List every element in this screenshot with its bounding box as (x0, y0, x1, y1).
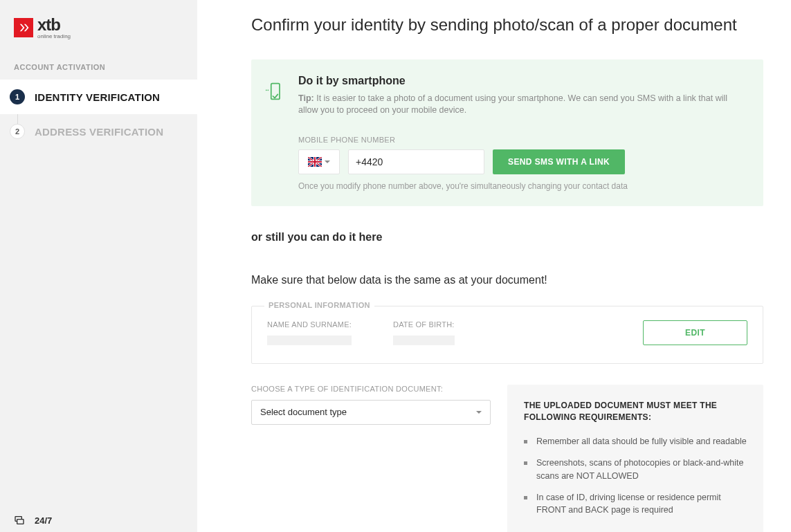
svg-rect-1 (17, 520, 24, 524)
country-flag-select[interactable] (298, 149, 340, 174)
doc-type-placeholder: Select document type (260, 407, 347, 417)
sidebar-support: 24/7 (14, 511, 183, 529)
chevron-down-icon (476, 411, 482, 414)
logo: xtb online trading (0, 0, 197, 52)
name-label: NAME AND SURNAME: (267, 320, 352, 329)
smartphone-box: Do it by smartphone Tip: It is easier to… (251, 59, 763, 206)
dob-column: DATE OF BIRTH: (393, 320, 455, 345)
page-title: Confirm your identity by sending photo/s… (251, 15, 763, 35)
step-address-verification[interactable]: 2 ADDRESS VERIFICATION (0, 114, 197, 149)
logo-mark-icon (14, 18, 33, 37)
brand-tagline: online trading (37, 33, 71, 39)
check-data-heading: Make sure that below data is the same as… (251, 274, 763, 286)
tip-text: It is easier to take a photo of a docume… (298, 93, 727, 115)
chevron-down-icon (325, 160, 330, 163)
name-column: NAME AND SURNAME: (267, 320, 352, 345)
step-badge: 2 (10, 124, 25, 139)
name-value (267, 336, 352, 345)
smartphone-title: Do it by smartphone (298, 75, 745, 87)
support-text: 24/7 (35, 515, 52, 526)
doc-type-select[interactable]: Select document type (251, 400, 491, 425)
step-badge: 1 (10, 89, 25, 104)
main-content: Confirm your identity by sending photo/s… (197, 0, 791, 532)
step-label: IDENTITY VERIFICATION (35, 91, 160, 103)
personal-info-fieldset: PERSONAL INFORMATION NAME AND SURNAME: D… (251, 306, 763, 364)
requirement-item: In case of ID, driving license or reside… (524, 491, 747, 517)
smartphone-tip: Tip: It is easier to take a photo of a d… (298, 93, 745, 116)
send-sms-button[interactable]: SEND SMS WITH A LINK (493, 149, 625, 174)
brand-name: xtb (37, 18, 71, 32)
phone-label: MOBILE PHONE NUMBER (298, 136, 745, 144)
requirement-item: Screenshots, scans of photocopies or bla… (524, 457, 747, 483)
svg-point-7 (266, 89, 267, 91)
requirements-box: THE UPLOADED DOCUMENT MUST MEET THE FOLL… (507, 385, 763, 532)
uk-flag-icon (308, 157, 322, 167)
dob-label: DATE OF BIRTH: (393, 320, 455, 329)
phone-note: Once you modify phone number above, you'… (298, 181, 745, 191)
requirements-list: Remember all data should be fully visibl… (524, 435, 747, 517)
edit-button[interactable]: EDIT (643, 320, 747, 345)
step-identity-verification[interactable]: 1 IDENTITY VERIFICATION (0, 80, 197, 114)
sidebar-section-label: ACCOUNT ACTIVATION (0, 52, 197, 80)
tip-label: Tip: (298, 93, 314, 103)
chat-icon (14, 515, 25, 526)
requirements-title: THE UPLOADED DOCUMENT MUST MEET THE FOLL… (524, 400, 747, 423)
dob-value (393, 336, 455, 345)
sidebar-secure: SECURE PROCESS (14, 529, 183, 532)
svg-point-6 (268, 89, 269, 91)
doc-type-label: CHOOSE A TYPE OF IDENTIFICATION DOCUMENT… (251, 385, 491, 393)
personal-info-legend: PERSONAL INFORMATION (264, 301, 374, 309)
step-list: 1 IDENTITY VERIFICATION 2 ADDRESS VERIFI… (0, 80, 197, 149)
or-divider-text: or still you can do it here (251, 231, 763, 244)
requirement-item: Remember all data should be fully visibl… (524, 435, 747, 448)
smartphone-icon (265, 75, 284, 191)
sidebar: xtb online trading ACCOUNT ACTIVATION 1 … (0, 0, 197, 532)
step-label: ADDRESS VERIFICATION (35, 126, 163, 138)
phone-input[interactable] (348, 149, 484, 174)
